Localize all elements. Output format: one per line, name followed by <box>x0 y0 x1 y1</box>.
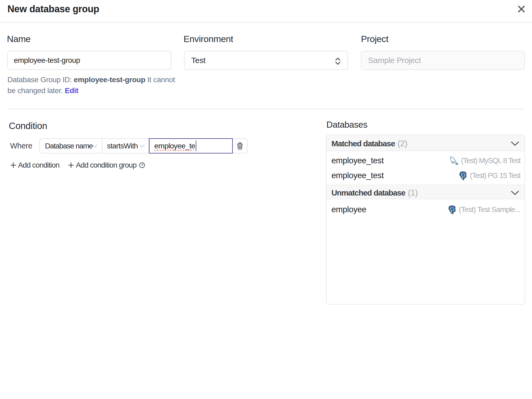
svg-text:?: ? <box>141 163 143 167</box>
